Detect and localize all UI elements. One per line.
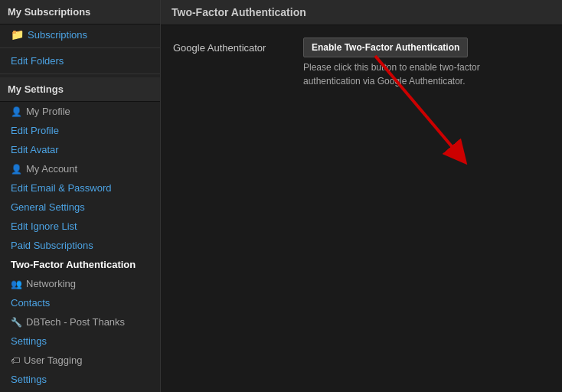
auth-action-area: Enable Two-Factor Authentication Please …	[303, 38, 502, 88]
main-body: Google Authenticator Enable Two-Factor A…	[161, 25, 562, 100]
sidebar-item-dbtech-label: 🔧 DBTech - Post Thanks	[0, 312, 160, 332]
user-icon: 👤	[11, 106, 22, 117]
sidebar-item-edit-email[interactable]: Edit Email & Password	[0, 178, 160, 198]
sidebar-item-contacts[interactable]: Contacts	[0, 293, 160, 312]
networking-icon: 👥	[11, 279, 22, 289]
my-subscriptions-header: My Subscriptions	[0, 0, 160, 24]
auth-description: Please click this button to enable two-f…	[303, 60, 502, 88]
sidebar-item-my-account-label: 👤 My Account	[0, 159, 160, 178]
plugin-icon: 🔧	[11, 317, 22, 328]
sidebar-item-edit-ignore[interactable]: Edit Ignore List	[0, 217, 160, 236]
sidebar-item-edit-profile[interactable]: Edit Profile	[0, 121, 160, 140]
sidebar-item-paid-subscriptions[interactable]: Paid Subscriptions	[0, 236, 160, 255]
sidebar: My Subscriptions 📁 Subscriptions Edit Fo…	[0, 0, 161, 392]
sidebar-item-edit-folders[interactable]: Edit Folders	[0, 51, 160, 70]
tag-icon: 🏷	[11, 355, 20, 366]
sidebar-item-edit-avatar[interactable]: Edit Avatar	[0, 140, 160, 159]
sidebar-item-two-factor[interactable]: Two-Factor Authentication	[0, 255, 160, 274]
sidebar-item-networking-label: 👥 Networking	[0, 274, 160, 293]
sidebar-item-subscriptions[interactable]: 📁 Subscriptions	[0, 24, 160, 44]
sidebar-item-settings-2[interactable]: Settings	[0, 370, 160, 389]
sidebar-item-general-settings[interactable]: General Settings	[0, 198, 160, 217]
divider-1	[0, 47, 160, 48]
auth-row: Google Authenticator Enable Two-Factor A…	[173, 38, 550, 88]
my-settings-header: My Settings	[0, 77, 160, 102]
folder-icon: 📁	[11, 28, 24, 41]
account-icon: 👤	[11, 164, 22, 175]
google-authenticator-label: Google Authenticator	[173, 38, 288, 54]
page-title: Two-Factor Authentication	[161, 0, 562, 25]
sidebar-item-user-tagging-label: 🏷 User Tagging	[0, 351, 160, 370]
enable-two-factor-button[interactable]: Enable Two-Factor Authentication	[303, 38, 468, 57]
sidebar-item-my-profile-label: 👤 My Profile	[0, 102, 160, 121]
sidebar-item-settings-1[interactable]: Settings	[0, 332, 160, 351]
divider-2	[0, 74, 160, 74]
main-content: Two-Factor Authentication Google Authent…	[161, 0, 562, 392]
